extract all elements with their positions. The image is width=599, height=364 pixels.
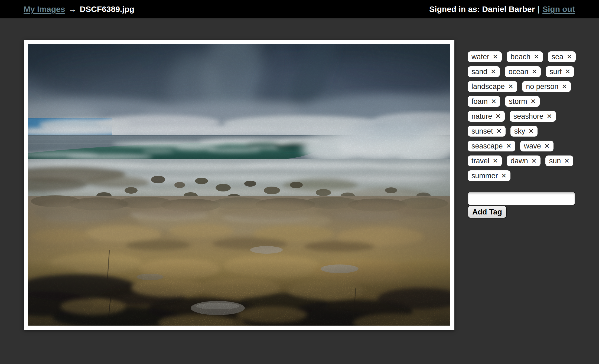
tag-row: sand✕ocean✕surf✕ <box>468 66 584 77</box>
tag-label: ocean <box>509 66 529 77</box>
top-bar: My Images→DSCF6389.jpg Signed in as: Dan… <box>0 0 599 18</box>
breadcrumb: My Images→DSCF6389.jpg <box>24 5 134 14</box>
signout-link[interactable]: Sign out <box>542 5 575 14</box>
remove-tag-button[interactable]: ✕ <box>491 68 496 75</box>
tag-row: water✕beach✕sea✕ <box>468 51 584 62</box>
photo-filename: DSCF6389.jpg <box>80 5 134 14</box>
tag-input[interactable] <box>468 192 575 205</box>
remove-tag-button[interactable]: ✕ <box>496 113 501 120</box>
tag-pill: landscape✕ <box>468 81 517 92</box>
tag-label: wave <box>524 141 541 151</box>
breadcrumb-my-images-link[interactable]: My Images <box>24 5 65 14</box>
tag-pill: water✕ <box>468 51 502 62</box>
tag-label: surf <box>549 66 562 77</box>
tag-label: landscape <box>471 81 505 92</box>
tag-label: beach <box>510 51 530 62</box>
add-tag-button[interactable]: Add Tag <box>468 206 507 218</box>
tag-pill: summer✕ <box>468 170 510 181</box>
remove-tag-button[interactable]: ✕ <box>532 68 537 75</box>
remove-tag-button[interactable]: ✕ <box>508 83 513 90</box>
remove-tag-button[interactable]: ✕ <box>491 98 496 105</box>
tag-label: seashore <box>513 111 543 122</box>
tag-pill: wave✕ <box>520 141 554 151</box>
remove-tag-button[interactable]: ✕ <box>562 83 567 90</box>
remove-tag-button[interactable]: ✕ <box>493 158 498 164</box>
tag-row: nature✕seashore✕ <box>468 111 584 122</box>
tag-pill: travel✕ <box>468 155 502 166</box>
photo-image <box>28 44 450 326</box>
tag-row: travel✕dawn✕sun✕ <box>468 155 584 166</box>
remove-tag-button[interactable]: ✕ <box>493 54 498 60</box>
remove-tag-button[interactable]: ✕ <box>528 128 534 134</box>
tag-pill: sea✕ <box>548 51 576 62</box>
tag-pill: seascape✕ <box>468 141 515 151</box>
tag-pill: surf✕ <box>546 66 574 77</box>
signed-in-text: Signed in as: Daniel Barber <box>429 5 535 14</box>
remove-tag-button[interactable]: ✕ <box>567 54 572 60</box>
tag-pill: ocean✕ <box>505 66 541 77</box>
tag-pill: dawn✕ <box>507 155 541 166</box>
session-divider: | <box>538 5 540 14</box>
remove-tag-button[interactable]: ✕ <box>531 158 537 164</box>
tag-label: sunset <box>471 126 493 137</box>
tag-pill: foam✕ <box>468 96 500 107</box>
tag-pill: seashore✕ <box>510 111 556 122</box>
tag-row: seascape✕wave✕ <box>468 141 584 151</box>
tag-pill: no person✕ <box>522 81 571 92</box>
remove-tag-button[interactable]: ✕ <box>544 143 550 149</box>
remove-tag-button[interactable]: ✕ <box>534 54 539 60</box>
tag-row: sunset✕sky✕ <box>468 126 584 137</box>
tag-label: sun <box>549 155 561 166</box>
session-area: Signed in as: Daniel Barber|Sign out <box>429 5 575 14</box>
tag-label: storm <box>509 96 527 107</box>
tag-pill: sand✕ <box>468 66 500 77</box>
tag-label: foam <box>471 96 488 107</box>
tag-label: travel <box>471 155 489 166</box>
tag-pill: sun✕ <box>545 155 574 166</box>
remove-tag-button[interactable]: ✕ <box>564 158 569 164</box>
tags-panel: water✕beach✕sea✕sand✕ocean✕surf✕landscap… <box>468 51 584 218</box>
tag-label: no person <box>526 81 558 92</box>
remove-tag-button[interactable]: ✕ <box>547 113 552 120</box>
tag-row: landscape✕no person✕ <box>468 81 584 92</box>
tag-label: sea <box>552 51 564 62</box>
tag-label: summer <box>471 170 498 181</box>
tag-label: sky <box>514 126 525 137</box>
tag-label: water <box>471 51 489 62</box>
remove-tag-button[interactable]: ✕ <box>506 143 512 149</box>
tag-label: dawn <box>510 155 528 166</box>
tag-label: sand <box>471 66 487 77</box>
tag-pill: nature✕ <box>468 111 505 122</box>
remove-tag-button[interactable]: ✕ <box>530 98 536 105</box>
tag-row: summer✕ <box>468 170 584 181</box>
tag-pill: storm✕ <box>505 96 540 107</box>
breadcrumb-arrow-icon: → <box>68 5 76 14</box>
add-tag-form: Add Tag <box>468 192 584 218</box>
remove-tag-button[interactable]: ✕ <box>565 68 570 75</box>
tag-row: foam✕storm✕ <box>468 96 584 107</box>
tag-list: water✕beach✕sea✕sand✕ocean✕surf✕landscap… <box>468 51 584 181</box>
tag-pill: sunset✕ <box>468 126 506 137</box>
remove-tag-button[interactable]: ✕ <box>501 173 507 179</box>
tag-pill: beach✕ <box>507 51 543 62</box>
remove-tag-button[interactable]: ✕ <box>496 128 502 134</box>
photo-frame <box>24 40 454 330</box>
tag-pill: sky✕ <box>510 126 538 137</box>
tag-label: nature <box>471 111 492 122</box>
tag-label: seascape <box>471 141 503 151</box>
